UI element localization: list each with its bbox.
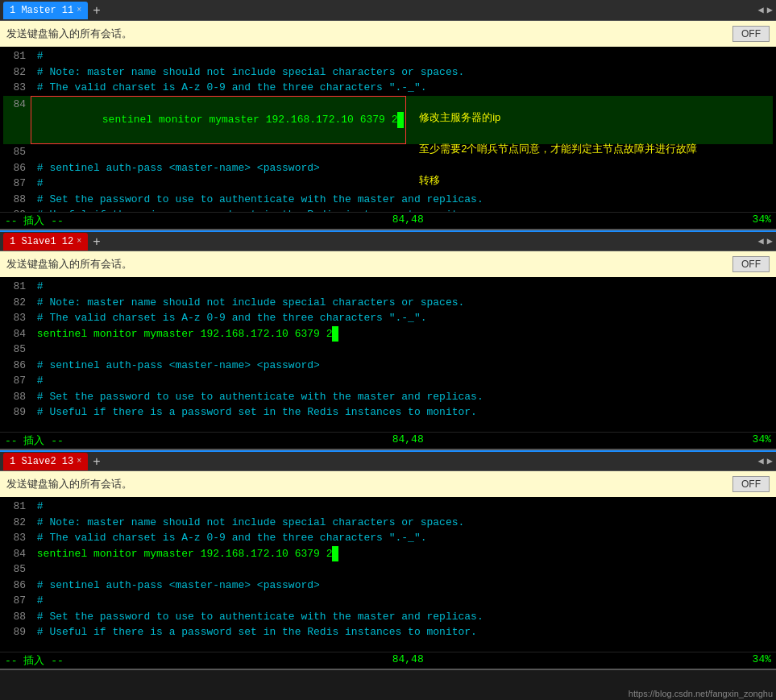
table-row: 83 # The valid charset is A-z 0-9 and th… xyxy=(3,80,773,96)
table-row: 88 # Set the password to use to authenti… xyxy=(3,609,773,625)
table-row: 87 # xyxy=(3,373,773,389)
nav-next-slave2[interactable]: ▶ xyxy=(767,455,773,467)
cursor-slave1 xyxy=(332,326,338,342)
insert-mode-master: -- 插入 -- xyxy=(5,213,64,228)
terminal-slave1: 81 # 82 # Note: master name should not i… xyxy=(0,277,776,449)
header-text-slave1: 发送键盘输入的所有会话。 xyxy=(6,257,132,271)
nav-arrows-slave1: ◀ ▶ xyxy=(758,235,773,247)
sentinel-line-highlighted: sentinel monitor mymaster 192.168.172.10… xyxy=(31,96,406,145)
tab-master-close[interactable]: × xyxy=(77,6,81,14)
tab-add-master[interactable]: + xyxy=(88,3,105,18)
panel-header-slave1: 发送键盘输入的所有会话。 OFF xyxy=(0,251,776,277)
table-row: 81 # xyxy=(3,48,773,64)
table-row: 88 # Set the password to use to authenti… xyxy=(3,192,773,208)
tab-add-slave1[interactable]: + xyxy=(88,234,105,249)
table-row: 89 # Useful if there is a password set i… xyxy=(3,404,773,420)
panel-slave2: 1 Slave2 13 × + ◀ ▶ 发送键盘输入的所有会话。 OFF 81 … xyxy=(0,450,776,670)
table-row: 86 # sentinel auth-pass <master-name> <p… xyxy=(3,160,773,176)
terminal-master: 81 # 82 # Note: master name should not i… xyxy=(0,47,776,229)
status-bar-slave2: -- 插入 -- 84,48 34% xyxy=(0,652,776,669)
annotation-line1: 修改主服务器的ip xyxy=(419,111,500,123)
table-row: 82 # Note: master name should not includ… xyxy=(3,515,773,531)
header-text-slave2: 发送键盘输入的所有会话。 xyxy=(6,477,132,491)
position-master: 84,48 xyxy=(392,213,424,228)
tab-master-label: 1 Master 11 xyxy=(10,5,73,16)
table-row: 84 sentinel monitor mymaster 192.168.172… xyxy=(3,96,773,145)
header-text-master: 发送键盘输入的所有会话。 xyxy=(6,27,132,41)
insert-mode-slave2: -- 插入 -- xyxy=(5,653,64,668)
off-button-slave2[interactable]: OFF xyxy=(732,476,770,492)
status-bar-master: -- 插入 -- 84,48 34% xyxy=(0,212,776,229)
tab-slave2-close[interactable]: × xyxy=(77,457,81,466)
table-row: 82 # Note: master name should not includ… xyxy=(3,295,773,311)
annotation-master: 修改主服务器的ip 至少需要2个哨兵节点同意，才能判定主节点故障并进行故障 转移 xyxy=(390,94,616,205)
table-row: 89 # Useful if there is a password set i… xyxy=(3,207,773,212)
tab-slave2[interactable]: 1 Slave2 13 × xyxy=(3,453,88,470)
panel-slave1: 1 Slave1 12 × + ◀ ▶ 发送键盘输入的所有会话。 OFF 81 … xyxy=(0,230,776,450)
nav-prev-slave1[interactable]: ◀ xyxy=(758,235,764,247)
table-row: 82 # Note: master name should not includ… xyxy=(3,64,773,81)
terminal-slave2: 81 # 82 # Note: master name should not i… xyxy=(0,497,776,669)
status-bar-slave1: -- 插入 -- 84,48 34% xyxy=(0,432,776,449)
table-row: 86 # sentinel auth-pass <master-name> <p… xyxy=(3,578,773,594)
tab-add-slave2[interactable]: + xyxy=(88,454,105,469)
percent-master: 34% xyxy=(753,213,771,228)
table-row: 83 # The valid charset is A-z 0-9 and th… xyxy=(3,530,773,546)
tab-slave2-label: 1 Slave2 13 xyxy=(10,456,73,467)
titlebar-slave1: 1 Slave1 12 × + ◀ ▶ xyxy=(0,230,776,251)
table-row: 88 # Set the password to use to authenti… xyxy=(3,389,773,405)
table-row: 85 xyxy=(3,561,773,578)
terminal-content-master: 81 # 82 # Note: master name should not i… xyxy=(0,47,776,212)
table-row: 86 # sentinel auth-pass <master-name> <p… xyxy=(3,358,773,374)
titlebar-slave2: 1 Slave2 13 × + ◀ ▶ xyxy=(0,450,776,471)
table-row: 84 sentinel monitor mymaster 192.168.172… xyxy=(3,326,773,342)
table-row: 81 # xyxy=(3,279,773,295)
tab-slave1[interactable]: 1 Slave1 12 × xyxy=(3,233,88,251)
tab-master[interactable]: 1 Master 11 × xyxy=(3,2,88,19)
cursor-slave2 xyxy=(332,546,338,562)
table-row: 87 # xyxy=(3,593,773,609)
panel-header-slave2: 发送键盘输入的所有会话。 OFF xyxy=(0,471,776,497)
table-row: 84 sentinel monitor mymaster 192.168.172… xyxy=(3,546,773,562)
nav-prev-master[interactable]: ◀ xyxy=(758,4,764,16)
table-row: 83 # The valid charset is A-z 0-9 and th… xyxy=(3,310,773,326)
table-row: 87 # xyxy=(3,176,773,192)
panel-master: 1 Master 11 × + ◀ ▶ 发送键盘输入的所有会话。 OFF 81 … xyxy=(0,0,776,230)
terminal-content-slave1: 81 # 82 # Note: master name should not i… xyxy=(0,277,776,432)
off-button-master[interactable]: OFF xyxy=(732,26,770,42)
nav-next-master[interactable]: ▶ xyxy=(767,4,773,16)
annotation-line2: 至少需要2个哨兵节点同意，才能判定主节点故障并进行故障 xyxy=(419,143,697,155)
percent-slave1: 34% xyxy=(753,433,771,448)
titlebar-master: 1 Master 11 × + ◀ ▶ xyxy=(0,0,776,21)
position-slave1: 84,48 xyxy=(392,433,424,448)
nav-prev-slave2[interactable]: ◀ xyxy=(758,455,764,467)
insert-mode-slave1: -- 插入 -- xyxy=(5,433,64,448)
panel-header-master: 发送键盘输入的所有会话。 OFF xyxy=(0,21,776,47)
nav-arrows-master: ◀ ▶ xyxy=(758,4,773,16)
table-row: 81 # xyxy=(3,499,773,515)
off-button-slave1[interactable]: OFF xyxy=(732,256,770,272)
nav-arrows-slave2: ◀ ▶ xyxy=(758,455,773,467)
watermark: https://blog.csdn.net/fangxin_zonghu xyxy=(629,689,773,698)
tab-slave1-close[interactable]: × xyxy=(77,237,81,246)
position-slave2: 84,48 xyxy=(392,653,424,668)
terminal-content-slave2: 81 # 82 # Note: master name should not i… xyxy=(0,497,776,652)
annotation-line3: 转移 xyxy=(419,174,440,186)
nav-next-slave1[interactable]: ▶ xyxy=(767,235,773,247)
table-row: 89 # Useful if there is a password set i… xyxy=(3,624,773,640)
percent-slave2: 34% xyxy=(753,653,771,668)
table-row: 85 xyxy=(3,342,773,358)
tab-slave1-label: 1 Slave1 12 xyxy=(10,236,73,247)
